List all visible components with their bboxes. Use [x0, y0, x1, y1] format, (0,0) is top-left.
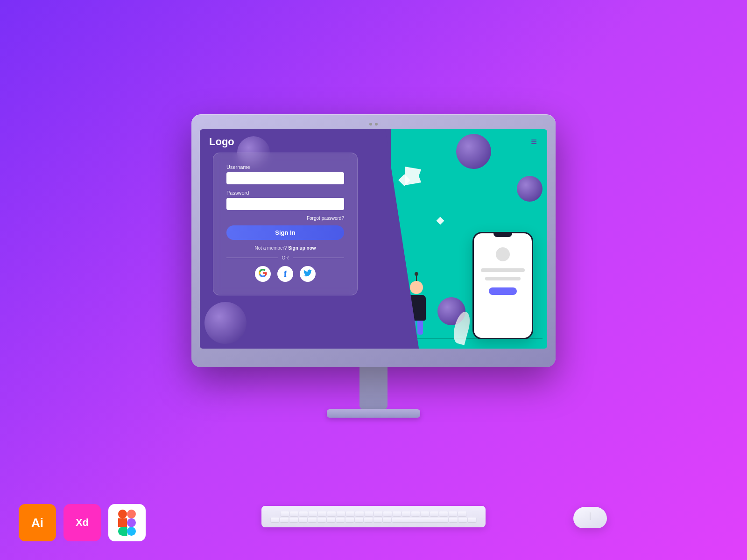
phone-mockup: [472, 232, 533, 339]
keyboard-row-1: [265, 511, 482, 516]
xd-icon: Xd: [63, 504, 101, 541]
password-label: Password: [226, 190, 344, 196]
key: [309, 511, 317, 516]
screen-right: [391, 129, 547, 349]
google-icon: [259, 269, 267, 279]
illustrator-label: Ai: [31, 516, 43, 530]
svg-rect-4: [118, 518, 127, 527]
sign-up-link[interactable]: Sign up now: [288, 245, 316, 251]
illustrator-icon: Ai: [19, 504, 56, 541]
key: [449, 511, 457, 516]
mouse-line: [590, 512, 591, 520]
svg-point-7: [127, 527, 136, 536]
monitor-bezel: Logo ≡ Username Password Forgot password…: [191, 114, 556, 367]
key: [308, 518, 317, 522]
stand-neck: [359, 367, 388, 409]
key: [345, 518, 354, 522]
or-line-right: [293, 258, 345, 258]
key: [299, 518, 307, 522]
key: [355, 518, 363, 522]
or-divider: OR: [226, 255, 344, 260]
screen-left: Username Password Forgot password? Sign …: [200, 129, 391, 349]
char-head: [410, 281, 423, 294]
key: [468, 518, 476, 522]
phone-button: [489, 287, 517, 295]
key: [281, 511, 289, 516]
flag-shape: [405, 167, 421, 185]
key: [421, 511, 429, 516]
camera-dot: [369, 123, 372, 126]
nav-bar: Logo ≡: [200, 129, 547, 154]
signup-prompt: Not a member? Sign up now: [226, 245, 344, 251]
monitor: Logo ≡ Username Password Forgot password…: [191, 114, 556, 418]
hamburger-menu[interactable]: ≡: [531, 137, 538, 147]
xd-label: Xd: [76, 517, 89, 529]
key: [364, 518, 373, 522]
mouse: [573, 507, 607, 528]
figma-logo-svg: [118, 510, 136, 536]
keyboard: [261, 506, 486, 527]
google-sign-in[interactable]: [255, 266, 271, 282]
app-icons-container: Ai Xd: [19, 504, 146, 541]
or-line-left: [226, 258, 278, 258]
key: [337, 511, 345, 516]
phone-avatar: [496, 247, 510, 261]
sign-in-button[interactable]: Sign In: [226, 225, 344, 240]
key: [383, 518, 391, 522]
logo: Logo: [209, 136, 234, 148]
camera-dot-2: [375, 123, 378, 126]
key: [289, 518, 298, 522]
key: [290, 511, 298, 516]
username-input[interactable]: [226, 172, 344, 184]
twitter-icon: [303, 269, 312, 279]
facebook-icon: f: [284, 269, 287, 279]
forgot-password-link[interactable]: Forgot password?: [226, 216, 344, 221]
key: [458, 511, 466, 516]
social-icons-container: f: [226, 266, 344, 282]
sphere-phone-right: [517, 176, 543, 202]
char-antenna-ball: [415, 273, 418, 275]
key: [439, 511, 448, 516]
keyboard-row-2: [265, 518, 482, 522]
key: [449, 518, 458, 522]
key: [299, 511, 308, 516]
key: [402, 511, 410, 516]
twitter-sign-in[interactable]: [300, 266, 316, 282]
key: [327, 511, 336, 516]
key: [346, 511, 354, 516]
key: [383, 511, 392, 516]
camera-bar: [200, 123, 547, 126]
phone-line-2: [485, 277, 520, 280]
key: [318, 511, 326, 516]
login-card: Username Password Forgot password? Sign …: [213, 153, 358, 295]
diamond-2: [437, 217, 444, 225]
key: [317, 518, 326, 522]
key: [411, 511, 420, 516]
password-input[interactable]: [226, 198, 344, 210]
phone-notch: [493, 233, 512, 237]
key: [374, 518, 382, 522]
key: [280, 518, 289, 522]
or-text: OR: [282, 255, 289, 260]
stand-base: [327, 409, 420, 418]
key: [430, 511, 438, 516]
phone-line-1: [481, 268, 525, 272]
key: [336, 518, 345, 522]
username-label: Username: [226, 164, 344, 170]
key-space: [392, 518, 448, 522]
key: [393, 511, 401, 516]
key: [458, 518, 467, 522]
char-antenna: [416, 274, 417, 281]
char-leg-right: [417, 321, 423, 335]
svg-point-2: [127, 518, 136, 527]
key: [374, 511, 382, 516]
monitor-stand: [327, 367, 420, 418]
monitor-screen: Logo ≡ Username Password Forgot password…: [200, 129, 547, 349]
key: [327, 518, 335, 522]
svg-rect-1: [127, 510, 136, 518]
key: [355, 511, 364, 516]
svg-rect-6: [123, 527, 127, 536]
figma-icon: [108, 504, 146, 541]
key: [365, 511, 373, 516]
facebook-sign-in[interactable]: f: [277, 266, 293, 282]
